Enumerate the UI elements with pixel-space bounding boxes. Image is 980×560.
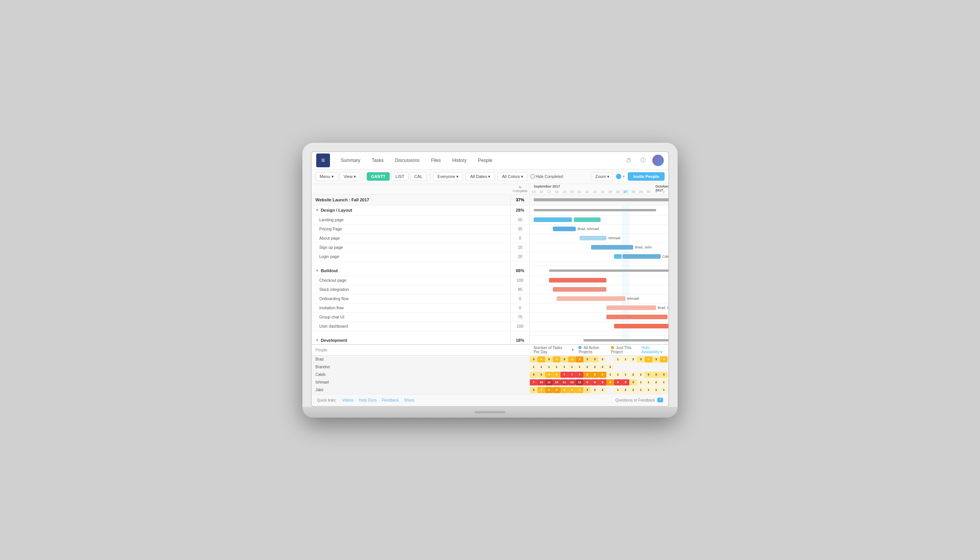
pct-task: 0 xyxy=(511,303,530,313)
hide-completed-checkbox[interactable] xyxy=(531,175,534,178)
task-name: User dashboard xyxy=(319,324,348,328)
gantt-bar xyxy=(574,217,601,222)
view-button[interactable]: View ▾ xyxy=(340,172,361,181)
help-docs-link[interactable]: Help Docs xyxy=(359,398,377,402)
videos-link[interactable]: Videos xyxy=(342,398,353,402)
gantt-bar xyxy=(614,324,668,328)
collapse-arrow: ▼ xyxy=(315,269,319,273)
avail-cell: 2 xyxy=(599,357,607,362)
group-name: Design / Layout xyxy=(321,208,352,212)
group-row-development[interactable]: ▼ Development xyxy=(312,336,510,344)
collapse-arrow: ▼ xyxy=(315,208,319,212)
task-row[interactable]: About page xyxy=(312,234,510,243)
spacer xyxy=(312,262,510,266)
list-button[interactable]: LIST xyxy=(391,172,408,181)
task-name: Landing page xyxy=(319,217,344,222)
avail-cell: 3 xyxy=(537,372,545,378)
footer: Quick links: Videos Help Docs Feedback S… xyxy=(312,394,668,406)
avail-cell: 2 xyxy=(629,387,637,393)
gantt-button[interactable]: GANTT xyxy=(367,172,390,181)
pct-project: 37% xyxy=(511,195,530,205)
gantt-task-row: Brad, Ishmael xyxy=(530,225,668,234)
avail-cell: 2 xyxy=(668,372,668,378)
gantt-task-row xyxy=(530,285,668,294)
task-row[interactable]: Checkout page xyxy=(312,276,510,285)
avail-cell: 1 xyxy=(614,372,622,378)
project-title: Website Launch : Fall 2017 xyxy=(315,198,369,202)
task-name: Pricing Page xyxy=(319,227,342,231)
pct-group: 18% xyxy=(511,336,530,344)
share-link[interactable]: Share xyxy=(404,398,415,402)
avail-cell: · xyxy=(637,364,645,370)
bar-label: Brad, Ishmael xyxy=(578,227,599,231)
pct-task: 100 xyxy=(511,276,530,285)
nav-logo[interactable]: ≡ xyxy=(316,153,330,167)
avail-cell: 5 xyxy=(576,357,583,362)
avail-cell: 1 xyxy=(660,379,668,385)
task-row[interactable]: Onboarding flow xyxy=(312,294,510,303)
gantt-task-row: Brad, Caleb xyxy=(530,303,668,313)
avail-cell: 1 xyxy=(637,379,645,385)
zoom-button[interactable]: Zoom ▾ xyxy=(592,172,613,181)
task-row[interactable]: Sign up page xyxy=(312,243,510,252)
clock-icon[interactable]: ⏱ xyxy=(623,155,634,166)
all-dates-dropdown[interactable]: All Dates ▾ xyxy=(466,172,495,181)
avail-cell: 2 xyxy=(591,364,599,370)
task-list: Website Launch : Fall 2017 ▼ Design / La… xyxy=(312,195,511,344)
avail-cell: 7 xyxy=(560,372,568,378)
avail-data-row: 3 4 5 5 4 4 4 3 2 2 · 1 2 xyxy=(530,386,668,394)
task-row[interactable]: Slack integration xyxy=(312,285,510,294)
avail-cell: 2 xyxy=(652,379,660,385)
task-row[interactable]: Group chat UI xyxy=(312,313,510,322)
hide-completed-toggle[interactable]: Hide Completed xyxy=(531,175,563,179)
avail-cell: 2 xyxy=(622,387,629,393)
gantt-bar xyxy=(553,287,607,292)
feedback-badge[interactable]: ? xyxy=(657,398,663,402)
bar-label: Caleb, Ishmael xyxy=(662,255,668,258)
availability-section: People Number of Tasks Per Day ▾ All Act… xyxy=(312,344,668,394)
pct-task: 35 xyxy=(511,225,530,234)
avail-cell: 12 xyxy=(576,379,583,385)
task-name: Group chat UI xyxy=(319,315,344,319)
task-row[interactable]: Login page xyxy=(312,252,510,262)
group-row-design[interactable]: ▼ Design / Layout xyxy=(312,205,510,215)
avail-cell: · xyxy=(660,364,668,370)
quick-links-label: Quick links: xyxy=(317,398,337,402)
gantt-project-row xyxy=(530,195,668,205)
chevron-down-icon: ▾ xyxy=(456,174,458,179)
bar-label: Brad, Caleb xyxy=(658,306,668,310)
task-row[interactable]: Pricing Page xyxy=(312,225,510,234)
avail-cell: 3 xyxy=(530,372,537,378)
task-row[interactable]: Landing page xyxy=(312,215,510,225)
group-row-buildout[interactable]: ▼ Buildout xyxy=(312,266,510,276)
user-avatar[interactable] xyxy=(652,155,664,166)
menu-button[interactable]: Menu ▾ xyxy=(315,172,338,181)
cal-button[interactable]: CAL xyxy=(410,172,427,181)
tab-discussions[interactable]: Discussions xyxy=(390,155,424,165)
gantt-pct-header: % Complete xyxy=(511,185,530,194)
avail-cell: 1 xyxy=(560,364,568,370)
everyone-dropdown[interactable]: Everyone ▾ xyxy=(433,172,463,181)
all-colors-dropdown[interactable]: All Colors ▾ xyxy=(498,172,528,181)
toolbar-left-group: Menu ▾ View ▾ xyxy=(315,172,360,181)
tab-history[interactable]: History xyxy=(448,155,471,165)
help-icon[interactable]: ⓘ xyxy=(638,155,648,166)
gantt-body: Website Launch : Fall 2017 ▼ Design / La… xyxy=(312,195,668,344)
hide-availability-button[interactable]: Hide Availability ▾ xyxy=(642,346,665,354)
avail-cell: 3 xyxy=(583,387,591,393)
invite-people-button[interactable]: Invite People xyxy=(628,172,665,181)
tab-summary[interactable]: Summary xyxy=(336,155,365,165)
tab-files[interactable]: Files xyxy=(427,155,445,165)
feedback-link[interactable]: Feedback xyxy=(382,398,399,402)
gantt-bar xyxy=(614,254,622,259)
tab-tasks[interactable]: Tasks xyxy=(367,155,388,165)
avail-cell: 1 xyxy=(645,379,652,385)
avail-grid: Brad Brandon Caleb Ishmael Jake Jason 3 … xyxy=(312,356,668,394)
avail-cell: · xyxy=(629,364,637,370)
color-toggle[interactable]: ▾ xyxy=(616,174,625,179)
task-row[interactable]: User dashboard xyxy=(312,322,510,331)
gantt-task-row: Tyson Nero xyxy=(530,322,668,331)
tab-people[interactable]: People xyxy=(473,155,497,165)
gantt-bar xyxy=(607,305,656,310)
task-row[interactable]: Invitation flow xyxy=(312,303,510,313)
